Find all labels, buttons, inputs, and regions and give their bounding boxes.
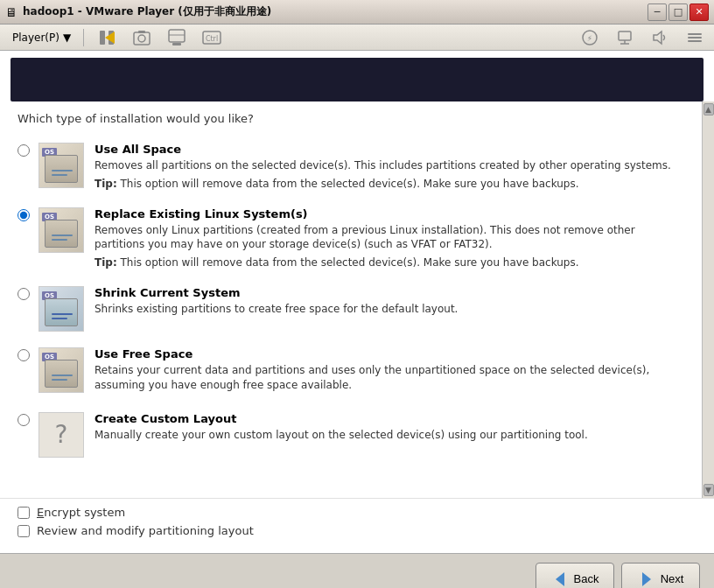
title-use-free-space: Use Free Space [94, 347, 684, 360]
desc-use-free-space: Retains your current data and partitions… [94, 363, 684, 393]
back-arrow-icon [551, 572, 569, 586]
settings-icon [686, 29, 704, 46]
left-arrow [556, 572, 564, 586]
icon-custom-layout: ? [38, 412, 84, 458]
title-replace-existing: Replace Existing Linux System(s) [94, 207, 684, 220]
title-custom-layout: Create Custom Layout [94, 412, 684, 425]
tip-label-2: Tip: [94, 256, 117, 269]
send-ctrlaltdel-icon: Ctrl [202, 28, 221, 47]
menu-separator [83, 29, 84, 46]
radio-use-free-space[interactable] [18, 349, 30, 361]
review-partitioning-checkbox[interactable] [18, 525, 30, 537]
toolbar-btn-2[interactable] [126, 24, 158, 52]
icon-use-all-space: OS [38, 143, 84, 188]
close-button[interactable]: ✕ [690, 4, 709, 21]
svg-rect-13 [619, 32, 631, 40]
manage-snapshots-icon [167, 28, 186, 47]
content-area: Which type of installation would you lik… [0, 102, 702, 498]
icon-replace-existing: OS [38, 207, 84, 253]
installation-question: Which type of installation would you lik… [18, 112, 684, 125]
tip-use-all-space: Tip: This option will remove data from t… [94, 177, 684, 192]
option-use-all-space[interactable]: OS Use All Space Removes all partitions … [18, 139, 684, 195]
svg-rect-17 [688, 33, 702, 35]
tip-label-1: Tip: [94, 178, 117, 190]
text-replace-existing: Replace Existing Linux System(s) Removes… [94, 207, 684, 270]
bottom-bar: Back Next [0, 553, 714, 588]
desc-shrink-current: Shrinks existing partitions to create fr… [94, 302, 684, 317]
toolbar-btn-3[interactable] [161, 24, 192, 52]
checkboxes-area: Encrypt system Review and modify partiti… [0, 498, 714, 553]
svg-rect-8 [172, 43, 181, 46]
svg-rect-0 [100, 31, 105, 45]
radio-shrink-current[interactable] [18, 288, 30, 300]
tip-replace-existing: Tip: This option will remove data from t… [94, 256, 684, 270]
next-label: Next [661, 572, 684, 585]
svg-rect-3 [134, 32, 150, 45]
review-partitioning-label[interactable]: Review and modify partitioning layout [37, 524, 254, 537]
toolbar-right-2[interactable] [609, 24, 640, 52]
svg-rect-18 [688, 37, 702, 38]
toolbar-btn-4[interactable]: Ctrl [196, 24, 228, 52]
app-icon: 🖥 [5, 5, 18, 19]
text-use-all-space: Use All Space Removes all partitions on … [94, 143, 684, 192]
review-partitioning-row[interactable]: Review and modify partitioning layout [18, 524, 696, 537]
encrypt-system-row[interactable]: Encrypt system [18, 506, 696, 519]
next-arrow-icon [638, 572, 655, 586]
maximize-button[interactable]: □ [668, 4, 688, 21]
progress-area [10, 58, 704, 102]
audio-icon [651, 29, 668, 46]
network-icon [616, 29, 634, 46]
radio-use-all-space[interactable] [18, 144, 30, 157]
icon-shrink-current: OS [38, 286, 84, 332]
toolbar-btn-1[interactable] [91, 24, 122, 52]
back-label: Back [574, 572, 599, 585]
text-use-free-space: Use Free Space Retains your current data… [94, 347, 684, 396]
svg-rect-19 [688, 40, 702, 42]
snapshot-icon [132, 28, 151, 47]
tip-text-1: This option will remove data from the se… [121, 178, 579, 190]
option-use-free-space[interactable]: OS Use Free Space Retains your current d… [18, 344, 684, 400]
suspend-icon [97, 28, 116, 47]
window-controls: ─ □ ✕ [648, 4, 709, 21]
svg-rect-5 [138, 31, 145, 33]
back-button[interactable]: Back [536, 563, 614, 589]
encrypt-system-label[interactable]: Encrypt system [37, 506, 125, 519]
desc-replace-existing: Removes only Linux partitions (created f… [94, 223, 684, 253]
option-shrink-current[interactable]: OS Shrink Current System Shrinks existin… [18, 283, 684, 335]
toolbar-right-3[interactable] [644, 24, 676, 52]
player-menu-label: Player(P) [12, 32, 60, 44]
scrollbar-down[interactable]: ▼ [704, 484, 714, 496]
encrypt-underline: E [37, 506, 44, 519]
svg-text:Ctrl: Ctrl [206, 35, 218, 43]
option-replace-existing[interactable]: OS Replace Existing Linux System(s) Remo… [18, 204, 684, 274]
title-shrink-current: Shrink Current System [94, 286, 684, 299]
radio-custom-layout[interactable] [18, 414, 30, 426]
toolbar-right-1[interactable]: ⚡ [574, 24, 606, 52]
usb-icon: ⚡ [581, 29, 598, 46]
next-button[interactable]: Next [621, 563, 700, 589]
text-shrink-current: Shrink Current System Shrinks existing p… [94, 286, 684, 320]
scrollbar-up[interactable]: ▲ [704, 103, 714, 116]
desc-custom-layout: Manually create your own custom layout o… [94, 428, 684, 443]
menubar: Player(P) ▼ [0, 24, 714, 51]
title-use-all-space: Use All Space [94, 143, 684, 156]
titlebar: 🖥 hadoop1 - VMware Player (仅用于非商业用途) ─ □… [0, 0, 714, 24]
svg-text:⚡: ⚡ [587, 34, 592, 43]
tip-text-2: This option will remove data from the se… [121, 256, 579, 269]
player-menu[interactable]: Player(P) ▼ [4, 28, 80, 47]
question-mark: ? [55, 420, 68, 449]
radio-replace-existing[interactable] [18, 209, 30, 221]
titlebar-title: hadoop1 - VMware Player (仅用于非商业用途) [23, 4, 648, 19]
svg-point-4 [138, 35, 145, 42]
main-content: Which type of installation would you lik… [0, 51, 714, 553]
icon-use-free-space: OS [38, 347, 84, 393]
scrollbar[interactable]: ▲ ▼ [702, 102, 714, 498]
svg-rect-6 [169, 30, 185, 42]
player-menu-arrow: ▼ [63, 32, 71, 44]
right-arrow [642, 572, 651, 586]
option-custom-layout[interactable]: ? Create Custom Layout Manually create y… [18, 409, 684, 461]
minimize-button[interactable]: ─ [648, 4, 667, 21]
encrypt-system-checkbox[interactable] [18, 507, 30, 519]
text-custom-layout: Create Custom Layout Manually create you… [94, 412, 684, 446]
toolbar-right-4[interactable] [679, 24, 710, 52]
